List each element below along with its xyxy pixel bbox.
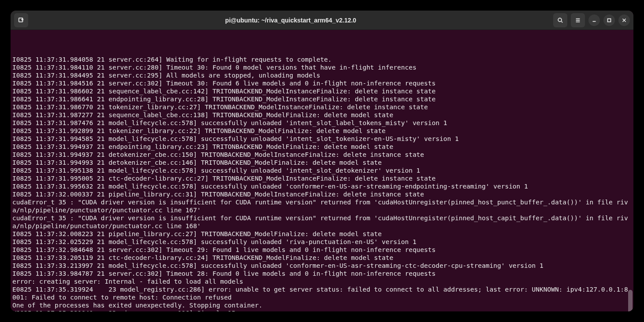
- svg-line-4: [562, 21, 563, 22]
- search-button[interactable]: [553, 13, 567, 27]
- scrollbar-thumb[interactable]: [628, 290, 633, 311]
- terminal-output: I0825 11:37:31.984058 21 server.cc:264] …: [12, 48, 632, 311]
- titlebar: pi@ubuntu: ~/riva_quickstart_arm64_v2.12…: [11, 11, 633, 30]
- menu-button[interactable]: [571, 13, 585, 27]
- maximize-button[interactable]: [603, 15, 615, 26]
- minimize-button[interactable]: [588, 15, 600, 26]
- new-tab-button[interactable]: [14, 13, 28, 27]
- terminal-window: pi@ubuntu: ~/riva_quickstart_arm64_v2.12…: [11, 11, 633, 311]
- terminal-viewport[interactable]: I0825 11:37:31.984058 21 server.cc:264] …: [11, 30, 633, 311]
- window-title: pi@ubuntu: ~/riva_quickstart_arm64_v2.12…: [28, 17, 553, 24]
- close-button[interactable]: [618, 15, 630, 26]
- svg-point-3: [558, 18, 562, 22]
- svg-rect-9: [608, 19, 611, 22]
